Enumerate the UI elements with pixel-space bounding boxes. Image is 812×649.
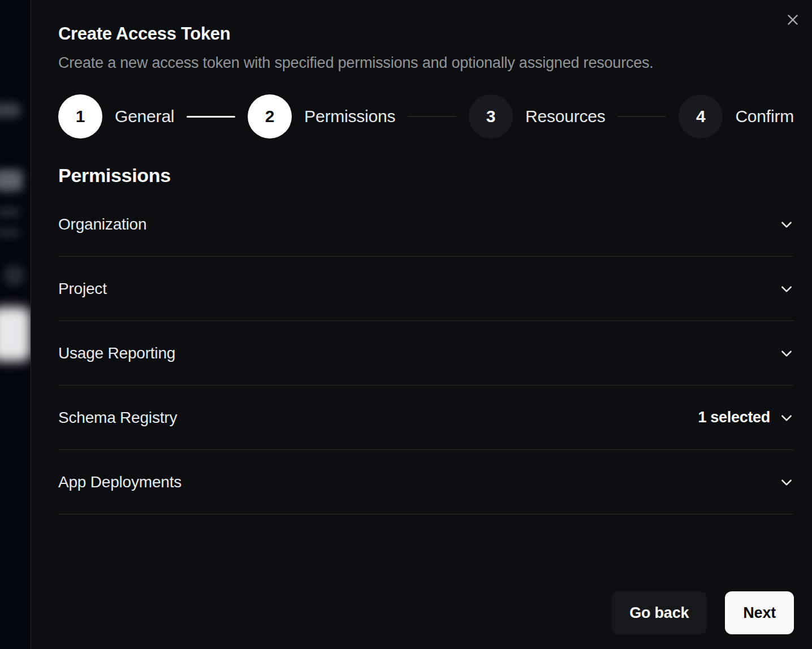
background-blur-icon — [3, 265, 25, 286]
go-back-button[interactable]: Go back — [611, 591, 707, 634]
accordion-label: Usage Reporting — [58, 344, 175, 362]
stepper-connector-todo — [618, 116, 667, 117]
step-label: Resources — [525, 107, 606, 126]
accordion-label: Organization — [58, 215, 146, 233]
close-icon — [785, 12, 800, 29]
selected-count-badge: 1 selected — [698, 409, 770, 426]
step-number-badge: 2 — [248, 94, 292, 139]
stepper-connector-done — [187, 116, 235, 118]
step-number-badge: 1 — [58, 94, 102, 139]
step-number-badge: 4 — [679, 94, 723, 139]
accordion-row-app-deployments[interactable]: App Deployments — [58, 450, 794, 514]
accordion-row-project[interactable]: Project — [58, 257, 794, 321]
accordion-label: App Deployments — [58, 473, 182, 491]
stepper-connector-todo — [408, 116, 456, 117]
step-general[interactable]: 1 General — [58, 94, 174, 139]
background-blur-card — [0, 307, 31, 361]
background-blur-text-line — [0, 228, 20, 237]
accordion-row-usage-reporting[interactable]: Usage Reporting — [58, 321, 794, 386]
step-resources[interactable]: 3 Resources — [469, 94, 606, 139]
step-permissions[interactable]: 2 Permissions — [248, 94, 395, 139]
next-button[interactable]: Next — [725, 591, 794, 634]
chevron-down-icon — [779, 475, 794, 490]
background-blur-menu-item — [0, 103, 20, 118]
chevron-down-icon — [779, 217, 794, 232]
close-button[interactable] — [783, 10, 803, 31]
accordion-row-schema-registry[interactable]: Schema Registry 1 selected — [58, 386, 794, 450]
background-blur-text-line — [0, 208, 20, 217]
step-label: Confirm — [735, 107, 794, 126]
background-blur-heading — [0, 170, 23, 191]
step-confirm[interactable]: 4 Confirm — [679, 94, 794, 139]
dialog-footer: Go back Next — [58, 591, 794, 634]
chevron-down-icon — [779, 410, 794, 425]
step-label: General — [115, 107, 174, 126]
accordion-row-organization[interactable]: Organization — [58, 192, 794, 257]
permissions-heading: Permissions — [58, 165, 794, 187]
permission-groups-list: Organization Project Usage Reporting — [58, 192, 794, 514]
chevron-down-icon — [779, 346, 794, 361]
create-access-token-dialog: Create Access Token Create a new access … — [31, 0, 812, 649]
step-label: Permissions — [304, 107, 395, 126]
accordion-label: Schema Registry — [58, 409, 177, 427]
chevron-down-icon — [779, 282, 794, 296]
step-number-badge: 3 — [469, 94, 513, 139]
dialog-subtitle: Create a new access token with specified… — [58, 54, 794, 72]
accordion-label: Project — [58, 280, 107, 298]
dialog-title: Create Access Token — [58, 24, 794, 44]
wizard-stepper: 1 General 2 Permissions 3 Resources 4 Co… — [58, 94, 794, 139]
